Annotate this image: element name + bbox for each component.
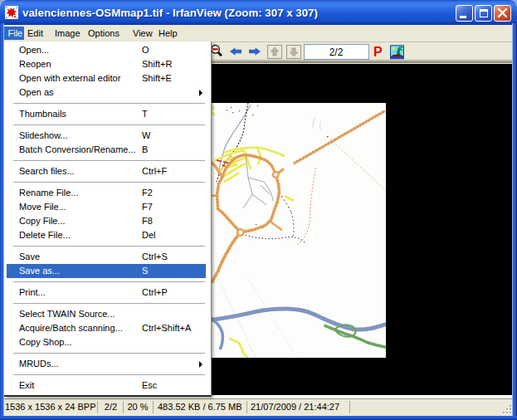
svg-text:P: P	[373, 45, 383, 59]
svg-text:2/2: 2/2	[329, 46, 344, 58]
